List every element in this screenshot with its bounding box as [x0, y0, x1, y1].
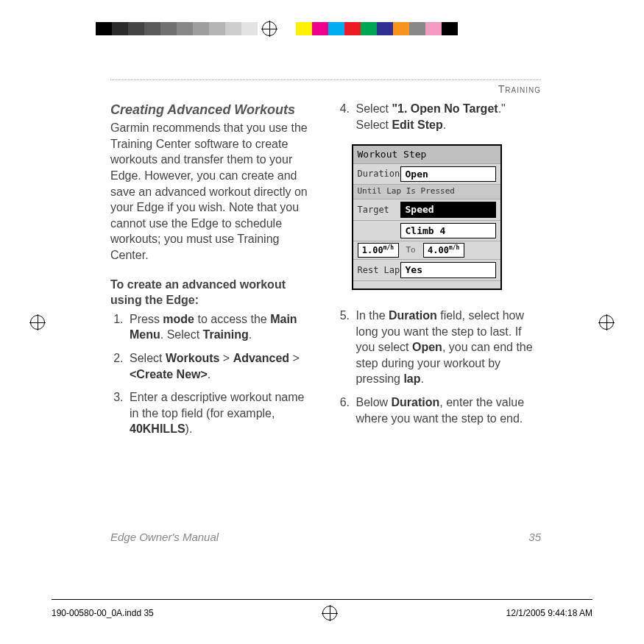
registration-mark-icon: [599, 315, 614, 330]
registration-mark-icon: [30, 315, 45, 330]
zone-row: Climb 4: [353, 221, 500, 242]
step-2: Select Workouts > Advanced > <Create New…: [127, 350, 315, 382]
subsection-title: Creating Advanced Workouts: [110, 101, 315, 118]
rest-value: Yes: [400, 262, 496, 278]
grayscale-swatches: [96, 22, 258, 35]
procedure-heading: To create an advanced workout using the …: [110, 277, 315, 308]
section-header: Training: [110, 79, 541, 95]
range-row: 1.00m/h To 4.00m/h: [353, 241, 500, 260]
from-value: 1.00m/h: [358, 243, 399, 258]
left-column: Creating Advanced Workouts Garmin recomm…: [110, 101, 315, 445]
page-number: 35: [528, 531, 541, 543]
screen-title: Workout Step: [353, 146, 500, 164]
manual-title: Edge Owner's Manual: [110, 531, 219, 543]
to-label: To: [402, 245, 420, 256]
imprint-timestamp: 12/1/2005 9:44:18 AM: [506, 608, 592, 618]
rest-label: Rest Lap: [358, 264, 400, 276]
page-content: Training Creating Advanced Workouts Garm…: [110, 79, 541, 543]
step-3: Enter a descriptive workout name in the …: [127, 389, 315, 437]
duration-label: Duration: [358, 168, 400, 180]
device-screenshot: Workout Step Duration Open Until Lap Is …: [352, 144, 502, 290]
print-registration-bar: [52, 22, 592, 35]
page-footer: Edge Owner's Manual 35: [110, 531, 541, 543]
intro-paragraph: Garmin recommends that you use the Train…: [110, 120, 315, 263]
zone-value: Climb 4: [400, 223, 496, 239]
color-swatches: [296, 22, 458, 35]
until-note: Until Lap Is Pressed: [353, 185, 500, 199]
target-label: Target: [358, 204, 400, 216]
step-5: In the Duration field, select how long y…: [353, 308, 542, 387]
registration-mark-icon: [322, 606, 337, 620]
step-4: Select "1. Open No Target." Select Edit …: [353, 101, 542, 132]
imprint-bar: 190-00580-00_0A.indd 35 12/1/2005 9:44:1…: [52, 599, 592, 622]
step-1: Press mode to access the Main Menu. Sele…: [127, 311, 315, 343]
step-6: Below Duration, enter the value where yo…: [353, 394, 542, 426]
to-value: 4.00m/h: [423, 243, 464, 258]
duration-row: Duration Open: [353, 164, 500, 185]
registration-mark-icon: [262, 21, 277, 36]
rest-row: Rest Lap Yes: [353, 260, 500, 281]
target-row: Target Speed: [353, 199, 500, 221]
right-column: Select "1. Open No Target." Select Edit …: [337, 101, 542, 445]
duration-value: Open: [400, 166, 496, 183]
imprint-file: 190-00580-00_0A.indd 35: [52, 608, 154, 618]
target-value: Speed: [400, 202, 496, 218]
